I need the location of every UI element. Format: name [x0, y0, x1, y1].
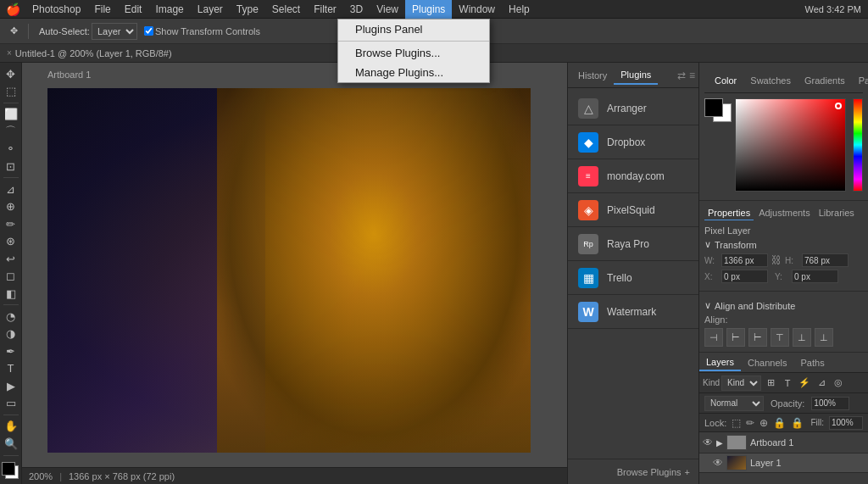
lock-transparent-icon[interactable]: ⬚: [732, 417, 741, 429]
menu-3d[interactable]: 3D: [343, 0, 370, 19]
layers-tb-icon-5[interactable]: ◎: [831, 376, 846, 391]
apple-menu[interactable]: 🍎: [0, 3, 25, 16]
layers-tb-icon-4[interactable]: ⊿: [814, 376, 829, 391]
transform-options[interactable]: Auto-Select: Layer: [36, 22, 141, 41]
eyedropper-tool[interactable]: ⊿: [2, 181, 20, 197]
lock-artboard-icon[interactable]: ⊕: [760, 417, 768, 429]
layers-tab[interactable]: Layers: [699, 354, 741, 371]
history-brush-tool[interactable]: ↩: [2, 251, 20, 266]
layers-tb-icon-1[interactable]: ⊞: [763, 376, 778, 391]
menu-file[interactable]: File: [87, 0, 117, 19]
lasso-tool[interactable]: ⌒: [2, 124, 20, 139]
lock-image-icon[interactable]: ✏: [746, 417, 754, 429]
gradients-tab[interactable]: Gradients: [798, 72, 852, 89]
marquee-tool[interactable]: ⬜: [2, 107, 20, 122]
lock-position-icon[interactable]: 🔒: [773, 417, 786, 429]
fill-input[interactable]: [829, 416, 863, 430]
plugin-monday[interactable]: ≡ monday.com: [568, 159, 698, 193]
layer1-visibility-icon[interactable]: 👁: [713, 457, 723, 469]
menu-photoshop[interactable]: Photoshop: [25, 0, 87, 19]
move-tool[interactable]: ✥: [2, 66, 20, 81]
plugin-dropbox[interactable]: ◆ Dropbox: [568, 125, 698, 159]
browse-plugins-btn[interactable]: Browse Plugins +: [568, 459, 698, 484]
layers-tb-icon-2[interactable]: T: [780, 376, 795, 391]
align-top-btn[interactable]: ⊤: [771, 328, 789, 347]
pen-tool[interactable]: ✒: [2, 343, 20, 359]
kind-dropdown[interactable]: Kind: [721, 376, 761, 391]
browse-plugins-menu-item[interactable]: Browse Plugins...: [338, 43, 489, 63]
plugin-watermark[interactable]: W Watermark: [568, 295, 698, 329]
panel-expand-icon[interactable]: ⇄: [677, 70, 686, 81]
layer1-name[interactable]: Layer 1: [750, 458, 782, 468]
plugin-trello[interactable]: ▦ Trello: [568, 261, 698, 295]
brush-tool[interactable]: ✏: [2, 216, 20, 231]
x-input[interactable]: [721, 270, 768, 283]
path-select-tool[interactable]: ▶: [2, 378, 20, 393]
menu-filter[interactable]: Filter: [307, 0, 343, 19]
layers-tb-icon-3[interactable]: ⚡: [797, 376, 812, 391]
manage-plugins-menu-item[interactable]: Manage Plugins...: [338, 63, 489, 82]
menu-select[interactable]: Select: [265, 0, 307, 19]
canvas-image[interactable]: [47, 88, 531, 453]
hand-tool[interactable]: ✋: [2, 419, 20, 434]
type-tool[interactable]: T: [2, 361, 20, 376]
show-transform-checkbox[interactable]: [144, 26, 153, 36]
tab-close-btn[interactable]: ×: [7, 48, 12, 58]
blend-mode-dropdown[interactable]: Normal: [704, 396, 764, 411]
plugin-arranger[interactable]: △ Arranger: [568, 92, 698, 125]
y-input[interactable]: [792, 270, 838, 283]
w-input[interactable]: [721, 253, 768, 267]
artboard-tool[interactable]: ⬚: [2, 83, 20, 98]
lock-all-icon[interactable]: 🔒: [791, 417, 804, 429]
align-left-btn[interactable]: ⊣: [704, 328, 723, 347]
menu-layer[interactable]: Layer: [191, 0, 230, 19]
fg-color-box[interactable]: [704, 98, 723, 117]
clone-tool[interactable]: ⊛: [2, 234, 20, 249]
crop-tool[interactable]: ⊡: [2, 159, 20, 174]
paths-tab[interactable]: Paths: [794, 355, 832, 370]
h-input[interactable]: [802, 253, 849, 267]
properties-tab[interactable]: Properties: [704, 206, 754, 220]
transform-chevron-icon[interactable]: ∨: [704, 239, 711, 250]
menu-help[interactable]: Help: [502, 0, 537, 19]
layer-1-item[interactable]: 👁 Layer 1: [699, 453, 868, 473]
align-chevron-icon[interactable]: ∨: [704, 300, 711, 311]
document-tab-title[interactable]: Untitled-1 @ 200% (Layer 1, RGB/8#): [15, 48, 172, 58]
tab-history[interactable]: History: [571, 67, 614, 84]
align-bottom-btn[interactable]: ⊥: [815, 328, 833, 347]
opacity-input[interactable]: [811, 397, 849, 410]
align-center-h-btn[interactable]: ⊢: [726, 328, 745, 347]
align-center-v-btn[interactable]: ⊥: [793, 328, 811, 347]
healing-tool[interactable]: ⊕: [2, 199, 20, 214]
artboard-layer-group[interactable]: 👁 ▶ Artboard 1: [699, 432, 868, 453]
menu-window[interactable]: Window: [452, 0, 502, 19]
channels-tab[interactable]: Channels: [741, 355, 793, 370]
artboard-layer-name[interactable]: Artboard 1: [750, 437, 793, 448]
color-tab[interactable]: Color: [708, 72, 743, 89]
chain-icon[interactable]: ⛓: [771, 254, 782, 266]
shape-tool[interactable]: ▭: [2, 395, 20, 410]
dodge-tool[interactable]: ◑: [2, 326, 20, 342]
quick-select-tool[interactable]: ⚬: [2, 142, 20, 157]
menu-view[interactable]: View: [370, 0, 405, 19]
plugin-rayapro[interactable]: Rp Raya Pro: [568, 227, 698, 261]
menu-edit[interactable]: Edit: [118, 0, 149, 19]
hue-bar[interactable]: [853, 98, 863, 192]
artboard-expand-icon[interactable]: ▶: [716, 438, 723, 448]
libraries-tab[interactable]: Libraries: [815, 206, 858, 220]
plugins-panel-menu-item[interactable]: Plugins Panel: [338, 19, 489, 39]
swatches-tab[interactable]: Swatches: [743, 72, 798, 89]
menu-image[interactable]: Image: [148, 0, 190, 19]
plugin-pixelsquid[interactable]: ◈ PixelSquid: [568, 193, 698, 227]
menu-type[interactable]: Type: [230, 0, 265, 19]
panel-menu-icon[interactable]: ≡: [689, 70, 695, 81]
tab-plugins[interactable]: Plugins: [614, 66, 658, 85]
artboard-visibility-icon[interactable]: 👁: [703, 437, 713, 448]
color-picker-gradient[interactable]: [735, 98, 846, 192]
color-swatches[interactable]: [0, 460, 22, 479]
blur-tool[interactable]: ◔: [2, 309, 20, 324]
align-right-btn[interactable]: ⊢: [748, 328, 767, 347]
adjustments-tab[interactable]: Adjustments: [755, 206, 814, 220]
auto-select-dropdown[interactable]: Layer: [92, 23, 137, 40]
gradient-tool[interactable]: ◧: [2, 286, 20, 301]
